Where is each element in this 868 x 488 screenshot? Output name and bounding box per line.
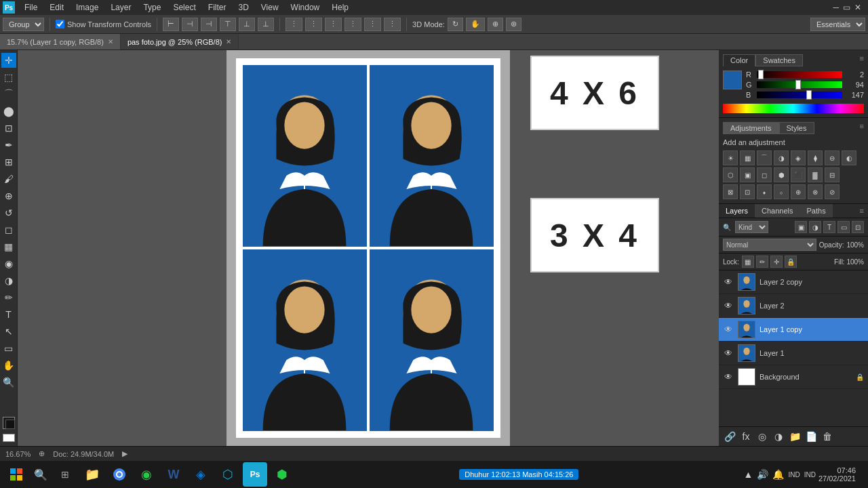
volume-icon[interactable]: 🔊 bbox=[757, 469, 768, 480]
lock-position-btn[interactable]: ✛ bbox=[770, 256, 783, 268]
adj-colorbalance-btn[interactable]: ⊖ bbox=[825, 150, 840, 165]
adj-photo-btn[interactable]: ⬡ bbox=[723, 167, 738, 182]
color-spectrum[interactable] bbox=[723, 104, 864, 113]
tab-adjustments[interactable]: Adjustments bbox=[723, 122, 779, 134]
adj-hsl-btn[interactable]: ⧫ bbox=[808, 150, 823, 165]
eraser-tool[interactable]: ◻ bbox=[1, 222, 16, 237]
distribute-bot-btn[interactable]: ⋮ bbox=[384, 18, 401, 31]
color-preview-swatch[interactable] bbox=[723, 70, 742, 89]
gradient-tool[interactable]: ▦ bbox=[1, 239, 16, 254]
distribute-right-btn[interactable]: ⋮ bbox=[325, 18, 342, 31]
menu-layer[interactable]: Layer bbox=[105, 1, 136, 14]
lock-image-btn[interactable]: ✏ bbox=[756, 256, 768, 268]
filter-pixel-btn[interactable]: ▣ bbox=[795, 221, 807, 233]
filter-shape-btn[interactable]: ▭ bbox=[837, 221, 850, 233]
adj-gradient-map-btn[interactable]: ▓ bbox=[808, 167, 823, 182]
channel-b-bar[interactable] bbox=[757, 92, 842, 98]
adj-layer-btn[interactable]: ◑ bbox=[772, 430, 785, 443]
taskbar-app3[interactable]: ◉ bbox=[134, 462, 159, 487]
taskbar-word[interactable]: W bbox=[161, 462, 186, 487]
clone-tool[interactable]: ⊕ bbox=[1, 188, 16, 203]
lasso-tool[interactable]: ⌒ bbox=[1, 87, 16, 102]
notification-icon[interactable]: 🔔 bbox=[772, 469, 784, 480]
taskbar-ps[interactable]: Ps bbox=[243, 462, 267, 487]
distribute-mid-btn[interactable]: ⋮ bbox=[364, 18, 381, 31]
color-panel-menu[interactable]: ≡ bbox=[860, 54, 864, 66]
adj-channel-btn[interactable]: ▣ bbox=[740, 167, 755, 182]
tab-layer1-copy[interactable]: 15.7% (Layer 1 copy, RGB/8) ✕ bbox=[0, 34, 121, 49]
history-tool[interactable]: ↺ bbox=[1, 205, 16, 220]
adj-selective-btn[interactable]: ⊟ bbox=[825, 167, 840, 182]
tab-paths[interactable]: Paths bbox=[800, 204, 833, 218]
3d-rotate-btn[interactable]: ↻ bbox=[448, 18, 463, 31]
3d-orbit-btn[interactable]: ⊛ bbox=[506, 18, 521, 31]
3d-pan-btn[interactable]: ✋ bbox=[466, 18, 485, 31]
add-mask-btn[interactable]: ◎ bbox=[755, 430, 769, 443]
adj-threshold-btn[interactable]: ⬛ bbox=[791, 167, 806, 182]
menu-type[interactable]: Type bbox=[138, 1, 166, 14]
taskbar-time-block[interactable]: 07:46 27/02/2021 bbox=[818, 466, 856, 483]
filter-smartobj-btn[interactable]: ⊡ bbox=[852, 221, 864, 233]
adj-invert-btn[interactable]: ◻ bbox=[757, 167, 772, 182]
layer-item-background[interactable]: 👁 Background 🔒 bbox=[719, 365, 868, 389]
tab-color[interactable]: Color bbox=[723, 54, 755, 66]
new-group-btn[interactable]: 📁 bbox=[788, 430, 802, 443]
taskbar-notification[interactable]: Dhuhur 12:02:13 Masih 04:15:26 bbox=[459, 469, 578, 480]
restore-button[interactable]: ▭ bbox=[843, 3, 850, 12]
adj-bw-btn[interactable]: ◐ bbox=[842, 150, 856, 165]
layers-panel-menu[interactable]: ≡ bbox=[856, 204, 868, 218]
menu-help[interactable]: Help bbox=[326, 1, 354, 14]
search-btn[interactable]: 🔍 bbox=[31, 465, 50, 484]
layer-visibility-1copy[interactable]: 👁 bbox=[723, 324, 734, 335]
move-tool[interactable]: ✛ bbox=[1, 53, 16, 68]
channel-g-thumb[interactable] bbox=[795, 80, 801, 89]
zoom-tool[interactable]: 🔍 bbox=[1, 375, 16, 390]
tab-close-1[interactable]: ✕ bbox=[108, 38, 113, 45]
lock-transparent-btn[interactable]: ▦ bbox=[742, 256, 754, 268]
show-transform-checkbox[interactable] bbox=[56, 20, 64, 28]
link-layers-btn[interactable]: 🔗 bbox=[723, 430, 736, 443]
tab-channels[interactable]: Channels bbox=[755, 204, 800, 218]
tab-layers[interactable]: Layers bbox=[719, 204, 755, 218]
3d-zoom-btn[interactable]: ⊕ bbox=[488, 18, 503, 31]
menu-view[interactable]: View bbox=[256, 1, 284, 14]
adj-extra4-btn[interactable]: ⬦ bbox=[774, 184, 789, 199]
align-middle-btn[interactable]: ⊥ bbox=[239, 18, 255, 31]
heal-tool[interactable]: ⊞ bbox=[1, 155, 16, 169]
layer-visibility-2copy[interactable]: 👁 bbox=[723, 277, 734, 287]
task-view-btn[interactable]: ⊞ bbox=[53, 462, 77, 487]
lock-all-btn[interactable]: 🔒 bbox=[785, 256, 797, 268]
menu-filter[interactable]: Filter bbox=[203, 1, 232, 14]
layer-item-2copy[interactable]: 👁 Layer 2 copy bbox=[719, 270, 868, 294]
selection-tool[interactable]: ⬚ bbox=[1, 70, 16, 85]
group-select[interactable]: Group Layer bbox=[3, 18, 44, 31]
delete-layer-btn[interactable]: 🗑 bbox=[821, 430, 834, 443]
adj-panel-menu[interactable]: ≡ bbox=[860, 122, 864, 134]
text-tool[interactable]: T bbox=[1, 307, 16, 322]
menu-3d[interactable]: 3D bbox=[233, 1, 254, 14]
brush-tool[interactable]: 🖌 bbox=[1, 171, 16, 186]
layer-fx-btn[interactable]: fx bbox=[739, 430, 753, 443]
tab-styles[interactable]: Styles bbox=[779, 122, 814, 134]
pen-tool[interactable]: ✏ bbox=[1, 290, 16, 305]
adj-brightness-btn[interactable]: ☀ bbox=[723, 150, 738, 165]
channel-r-thumb[interactable] bbox=[758, 70, 764, 79]
menu-image[interactable]: Image bbox=[71, 1, 104, 14]
channel-r-bar[interactable] bbox=[757, 71, 842, 78]
layer-item-2[interactable]: 👁 Layer 2 bbox=[719, 294, 868, 318]
crop-tool[interactable]: ⊡ bbox=[1, 121, 16, 136]
distribute-left-btn[interactable]: ⋮ bbox=[285, 18, 302, 31]
adj-extra3-btn[interactable]: ⬧ bbox=[757, 184, 772, 199]
adj-exposure-btn[interactable]: ◑ bbox=[774, 150, 789, 165]
filter-adj-btn[interactable]: ◑ bbox=[809, 221, 821, 233]
layer-visibility-2[interactable]: 👁 bbox=[723, 300, 734, 311]
align-right-btn[interactable]: ⊣ bbox=[201, 18, 217, 31]
menu-file[interactable]: File bbox=[19, 1, 43, 14]
taskbar-app6[interactable]: ⬡ bbox=[216, 462, 240, 487]
background-color[interactable] bbox=[3, 434, 15, 442]
quick-select-tool[interactable]: ⬤ bbox=[1, 104, 16, 119]
tab-pas-foto[interactable]: pas foto.jpg @ 25% (RGB/8) ✕ bbox=[121, 34, 239, 49]
adj-extra1-btn[interactable]: ⊠ bbox=[723, 184, 738, 199]
taskbar-file-explorer[interactable]: 📁 bbox=[80, 462, 104, 487]
channel-b-thumb[interactable] bbox=[806, 90, 812, 100]
